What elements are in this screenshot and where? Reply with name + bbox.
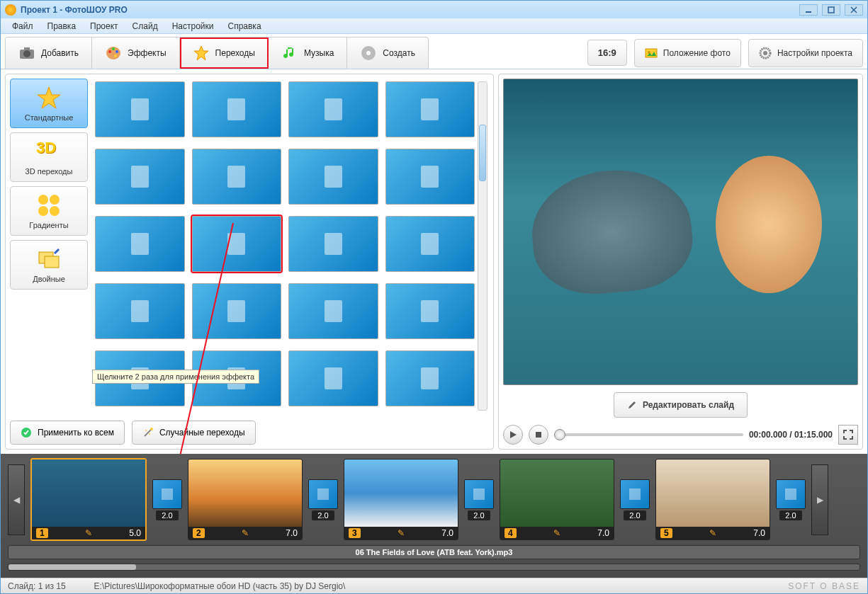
tab-transitions[interactable]: Переходы — [180, 38, 269, 69]
transition-item[interactable] — [192, 149, 282, 205]
camera-icon — [18, 45, 35, 62]
transition-item[interactable] — [192, 81, 282, 137]
brand-watermark: SOFT O BASE — [788, 581, 860, 591]
timeline-transition[interactable]: 2.0 — [308, 479, 338, 520]
svg-rect-15 — [646, 49, 657, 57]
menu-file[interactable]: Файл — [6, 19, 39, 33]
timeline-transition[interactable]: 2.0 — [620, 479, 650, 520]
transition-item[interactable] — [288, 81, 378, 137]
timeline-scrollbar[interactable] — [8, 564, 860, 571]
svg-point-20 — [38, 195, 48, 205]
disc-icon — [360, 45, 377, 62]
transitions-grid — [92, 79, 489, 413]
svg-point-11 — [114, 55, 117, 57]
transition-item[interactable] — [95, 81, 185, 137]
category-double[interactable]: Двойные — [10, 240, 88, 290]
transition-item[interactable] — [288, 216, 378, 272]
transition-item-selected[interactable] — [192, 216, 282, 272]
grid-scrollbar[interactable] — [478, 81, 487, 411]
timeline-slide[interactable]: 5✎7.0 — [655, 459, 770, 540]
minimize-button[interactable] — [799, 4, 818, 16]
three-d-icon: 3D — [36, 139, 62, 164]
preview-viewport — [503, 79, 858, 385]
category-gradients[interactable]: Градиенты — [10, 186, 88, 236]
preview-panel: Редактировать слайд 00:00.000 / 01:15.00… — [498, 74, 863, 450]
timeline-slide[interactable]: 4✎7.0 — [500, 459, 614, 540]
main-toolbar: Добавить Эффекты Переходы Музыка Создать… — [1, 34, 867, 69]
pencil-icon: ✎ — [242, 528, 249, 538]
timeline-transition[interactable]: 2.0 — [776, 479, 806, 520]
transition-item[interactable] — [385, 149, 475, 205]
timeline-slide[interactable]: 3✎7.0 — [344, 459, 458, 540]
menu-project[interactable]: Проект — [84, 19, 124, 33]
play-button[interactable] — [503, 425, 523, 445]
svg-point-9 — [112, 47, 115, 50]
playback-slider[interactable] — [554, 433, 743, 436]
svg-point-23 — [50, 206, 60, 216]
timeline-transition[interactable]: 2.0 — [464, 479, 494, 520]
svg-rect-25 — [45, 256, 59, 268]
svg-marker-19 — [38, 87, 60, 108]
tab-music[interactable]: Музыка — [269, 38, 347, 69]
playback-controls: 00:00.000 / 01:15.000 — [503, 425, 858, 445]
audio-track[interactable]: 06 The Fields of Love (ATB feat. York).m… — [8, 545, 860, 559]
pencil-icon: ✎ — [553, 528, 560, 538]
svg-point-30 — [145, 430, 147, 431]
transition-item[interactable] — [192, 283, 282, 339]
apply-all-button[interactable]: Применить ко всем — [10, 421, 125, 445]
tab-add[interactable]: Добавить — [6, 38, 92, 69]
aspect-ratio-button[interactable]: 16:9 — [587, 40, 627, 66]
transition-item[interactable] — [95, 283, 185, 339]
tab-effects[interactable]: Эффекты — [92, 38, 180, 69]
window-title: Проект 1 - ФотоШОУ PRO — [21, 5, 795, 15]
category-3d[interactable]: 3D 3D переходы — [10, 132, 88, 182]
svg-point-10 — [115, 50, 118, 53]
fullscreen-button[interactable] — [838, 425, 858, 445]
tab-create[interactable]: Создать — [347, 38, 428, 69]
statusbar: Слайд: 1 из 15 E:\Pictures\Широкоформатн… — [1, 578, 867, 593]
timeline-nav-right[interactable]: ▶ — [811, 464, 828, 535]
timeline-slide[interactable]: 1✎5.0 — [30, 458, 147, 541]
category-standard[interactable]: Стандартные — [10, 79, 88, 128]
svg-point-8 — [108, 50, 111, 53]
transition-item[interactable] — [288, 350, 378, 406]
transition-item[interactable] — [385, 216, 475, 272]
menubar: Файл Правка Проект Слайд Настройки Справ… — [1, 18, 867, 34]
transition-item[interactable] — [385, 283, 475, 339]
transition-item[interactable] — [385, 81, 475, 137]
svg-rect-33 — [536, 432, 541, 438]
project-settings-button[interactable]: Настройки проекта — [748, 39, 863, 67]
svg-rect-6 — [24, 47, 30, 50]
edit-slide-button[interactable]: Редактировать слайд — [614, 392, 748, 418]
music-icon — [281, 45, 298, 62]
timeline-nav-left[interactable]: ◀ — [8, 464, 25, 535]
check-icon — [21, 427, 32, 438]
maximize-button[interactable] — [822, 4, 840, 16]
star-icon — [36, 85, 62, 110]
menu-settings[interactable]: Настройки — [167, 19, 220, 33]
menu-slide[interactable]: Слайд — [127, 19, 164, 33]
transition-item[interactable] — [95, 149, 185, 205]
menu-edit[interactable]: Правка — [42, 19, 82, 33]
pencil-icon: ✎ — [398, 528, 405, 538]
tooltip-hint: Щелкните 2 раза для применения эффекта — [92, 370, 259, 384]
preview-content — [716, 156, 822, 293]
timeline-transition[interactable]: 2.0 — [152, 479, 182, 520]
close-button[interactable] — [845, 4, 863, 16]
stop-button[interactable] — [529, 425, 548, 445]
transitions-panel: Стандартные 3D 3D переходы Градиенты Дво… — [5, 74, 494, 450]
svg-point-22 — [38, 206, 48, 216]
menu-help[interactable]: Справка — [222, 19, 266, 33]
photo-position-button[interactable]: Положение фото — [634, 39, 741, 67]
transition-item[interactable] — [95, 216, 185, 272]
transition-item[interactable] — [385, 350, 475, 406]
double-icon — [36, 246, 62, 272]
svg-point-31 — [149, 433, 150, 435]
palette-icon — [105, 45, 122, 62]
timeline-slide[interactable]: 2✎7.0 — [188, 459, 303, 540]
random-transitions-button[interactable]: Случайные переходы — [132, 421, 256, 445]
gradient-icon — [36, 193, 62, 218]
transition-item[interactable] — [288, 283, 378, 339]
photo-icon — [645, 47, 658, 59]
transition-item[interactable] — [288, 149, 378, 205]
